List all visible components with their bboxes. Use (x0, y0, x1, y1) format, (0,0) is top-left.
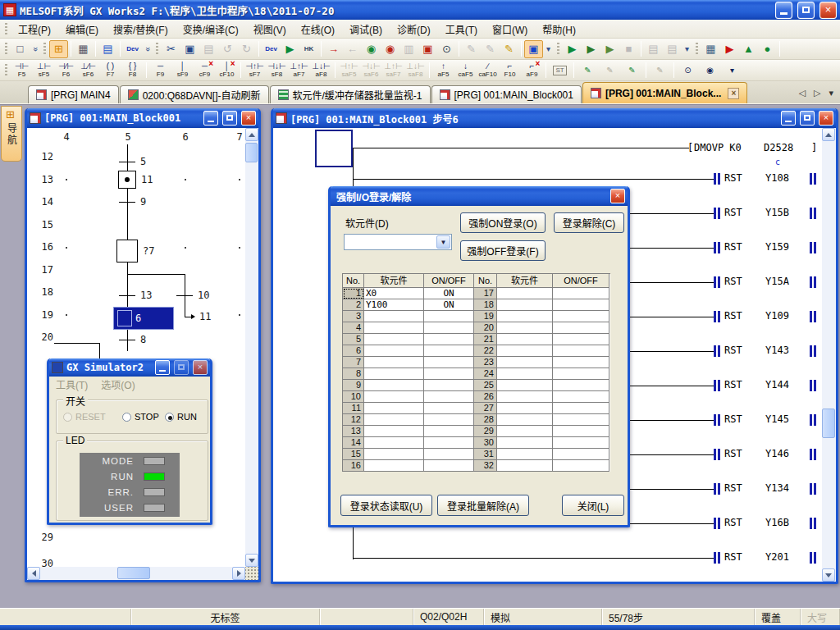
table-cell[interactable] (424, 368, 474, 380)
copy-icon[interactable]: ▣ (180, 40, 199, 58)
table-cell[interactable] (497, 357, 553, 368)
menu-item-0[interactable]: 工程(P) (11, 20, 58, 39)
ladder-instruction[interactable]: RST (724, 345, 742, 356)
table-cell[interactable] (424, 322, 474, 334)
ladder-instruction[interactable]: RST (724, 379, 742, 390)
table-cell[interactable] (497, 380, 553, 391)
table-cell[interactable] (553, 334, 609, 345)
sfc-vertical-scrollbar[interactable] (245, 128, 258, 567)
read-from-plc-icon[interactable]: ← (343, 40, 362, 58)
table-cell[interactable] (364, 380, 424, 391)
table-cell[interactable] (497, 368, 553, 380)
table-cell[interactable] (497, 391, 553, 403)
ladder-instruction[interactable]: RST (724, 241, 742, 253)
sfc-window-title-bar[interactable]: [PRG] 001:MAIN_Block001 × (27, 108, 258, 128)
table-row-number[interactable]: 15 (343, 449, 364, 460)
table-row-number[interactable]: 26 (474, 391, 497, 403)
ladder-instruction[interactable]: RST (724, 482, 742, 494)
read-status-button[interactable]: 登录状态读取(U) (340, 495, 432, 516)
table-row-number[interactable]: 23 (474, 357, 497, 368)
table-row-number[interactable]: 8 (343, 368, 364, 380)
table-cell[interactable] (553, 426, 609, 437)
table-cell[interactable] (497, 426, 553, 437)
table-row-number[interactable]: 6 (343, 345, 364, 357)
ladder-device[interactable]: Y15A (765, 276, 789, 287)
scroll-right-button[interactable] (232, 567, 245, 580)
zoom-find-icon[interactable]: ⊙ (437, 40, 456, 58)
vertical-line-icon[interactable]: │sF9 (171, 61, 194, 80)
tab-menu-icon[interactable]: ▾ (829, 88, 833, 98)
table-cell[interactable] (553, 437, 609, 449)
delete-line-icon[interactable]: ⌐aF9 (521, 61, 543, 80)
table-cell[interactable] (497, 460, 553, 472)
tab-scroll-left-icon[interactable]: ◁ (799, 88, 806, 98)
ladder-window-title-bar[interactable]: [PRG] 001:MAIN_Block001 步号6 × (273, 108, 836, 128)
table-row-number[interactable]: 20 (474, 322, 497, 334)
ladder-device[interactable]: Y108 (765, 172, 789, 184)
buffer-memory-icon[interactable]: HK (299, 40, 318, 58)
ladder-instruction[interactable]: RST (724, 207, 742, 218)
ladder-device[interactable]: Y134 (765, 482, 789, 494)
table-cell[interactable] (364, 391, 424, 403)
table-row-number[interactable]: 18 (474, 299, 497, 311)
run-icon[interactable]: ▶ (720, 40, 739, 58)
cut-icon[interactable]: ✂ (162, 40, 180, 58)
simulator-title-bar[interactable]: GX Simulator2 × (49, 358, 210, 377)
rising-pulse-close-branch-icon[interactable]: ⊥↑⊢saF7 (382, 61, 404, 80)
scrollbar-thumb[interactable] (245, 143, 258, 162)
combobox-dropdown-button[interactable]: ▼ (436, 235, 450, 249)
ladder-device[interactable]: Y15B (765, 207, 789, 218)
table-cell[interactable] (364, 345, 424, 357)
sfc-horizontal-scrollbar[interactable] (27, 567, 245, 580)
menu-item-5[interactable]: 在线(O) (294, 20, 342, 39)
scroll-down-button[interactable] (245, 554, 258, 567)
table-row-number[interactable]: 12 (343, 414, 364, 426)
pulse-conversion-close-icon[interactable]: ↓caF5 (454, 61, 477, 80)
cancel-register-button[interactable]: 登录解除(C) (554, 212, 624, 233)
table-row-number[interactable]: 3 (343, 311, 364, 322)
table-cell[interactable] (553, 368, 609, 380)
table-cell[interactable] (497, 299, 553, 311)
table-row-number[interactable]: 17 (474, 288, 497, 299)
ladder-minimize-button[interactable] (781, 111, 796, 126)
simulator-close-button[interactable]: × (193, 360, 208, 375)
table-cell[interactable] (497, 403, 553, 414)
table-cell[interactable] (497, 334, 553, 345)
tab-1[interactable]: 0200:Q68DAVN[]-自动刷新 (120, 85, 269, 103)
device-comment-icon[interactable]: ✎ (462, 40, 481, 58)
batch-comment-icon[interactable]: ✎ (649, 61, 671, 80)
menu-item-1[interactable]: 编辑(E) (58, 20, 106, 39)
table-row-number[interactable]: 24 (474, 368, 497, 380)
table-row-number[interactable]: 16 (343, 460, 364, 472)
sfc-maximize-button[interactable] (222, 111, 237, 126)
statement-icon[interactable]: ✎ (481, 40, 500, 58)
table-cell[interactable] (364, 357, 424, 368)
sfc-transition[interactable] (119, 162, 135, 162)
table-cell[interactable] (364, 460, 424, 472)
maximize-button[interactable] (797, 2, 815, 19)
table-cell[interactable]: ON (424, 299, 474, 311)
table-row-number[interactable]: 2 (343, 299, 364, 311)
table-cell[interactable] (553, 345, 609, 357)
table-cell[interactable] (424, 403, 474, 414)
tab-4[interactable]: [PRG] 001:MAIN_Block...× (582, 82, 747, 103)
table-cell[interactable] (364, 322, 424, 334)
ladder-device[interactable]: Y144 (765, 379, 789, 390)
watch-window-icon[interactable]: ▤ (644, 40, 663, 58)
menu-item-3[interactable]: 变换/编译(C) (176, 20, 246, 39)
sfc-transition[interactable] (119, 295, 135, 296)
undo-icon[interactable]: ↺ (218, 40, 237, 58)
sim-pulse-icon[interactable]: ▶ (600, 40, 619, 58)
table-cell[interactable] (497, 311, 553, 322)
menu-item-6[interactable]: 调试(B) (342, 20, 390, 39)
table-cell[interactable] (364, 437, 424, 449)
ladder-device[interactable]: Y109 (765, 310, 789, 322)
table-row-number[interactable]: 11 (343, 403, 364, 414)
table-cell[interactable] (553, 391, 609, 403)
dropdown-icon[interactable]: ▾ (543, 40, 554, 58)
inline-st-icon[interactable]: ST (549, 61, 571, 80)
pulse-conversion-icon[interactable]: ↑aF5 (432, 61, 454, 80)
status-info-icon[interactable]: ● (758, 40, 777, 58)
resize-grip[interactable] (245, 567, 258, 580)
ladder-instruction[interactable]: RST (724, 310, 742, 322)
